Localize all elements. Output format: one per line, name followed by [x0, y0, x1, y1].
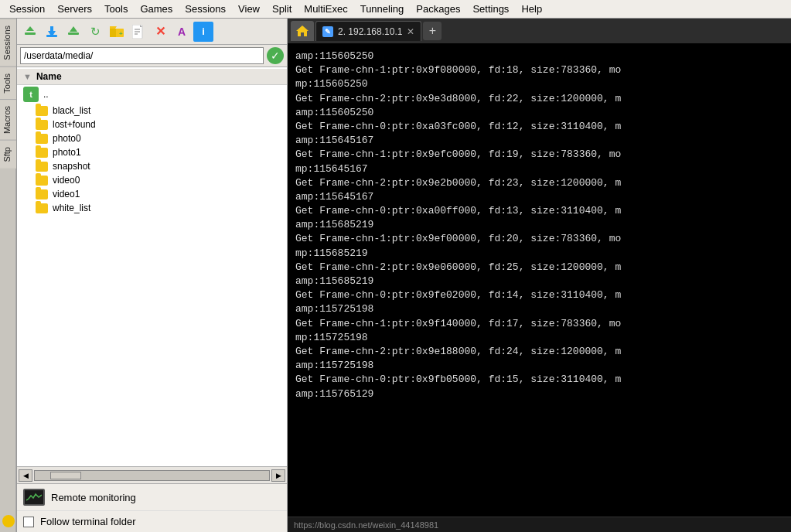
address-bar: ✓ [17, 45, 287, 67]
terminal-panel: ✎ 2. 192.168.10.1 ✕ + amp:115605250 Get … [288, 19, 791, 532]
tree-item-video0[interactable]: video0 [17, 173, 287, 187]
menu-multiexec[interactable]: MultiExec [298, 2, 353, 16]
folder-icon [36, 106, 48, 116]
menu-packages[interactable]: Packages [410, 2, 466, 16]
svg-rect-5 [68, 32, 79, 35]
monitor-graph [26, 493, 42, 502]
status-bar: https://blog.csdn.net/weixin_44148981 [288, 517, 791, 532]
follow-folder-section: Follow terminal folder [17, 511, 287, 532]
upload-alt-button[interactable] [63, 22, 84, 42]
name-column-header: Name [36, 71, 62, 82]
menu-session[interactable]: Session [3, 2, 51, 16]
tree-item-black-list[interactable]: black_list [17, 104, 287, 118]
address-ok-button[interactable]: ✓ [267, 47, 284, 64]
terminal-tab[interactable]: ✎ 2. 192.168.10.1 ✕ [315, 21, 421, 41]
item-name: black_list [53, 105, 90, 116]
menu-tools[interactable]: Tools [98, 2, 134, 16]
sidebar-item-sessions[interactable]: Sessions [0, 19, 16, 66]
info-button[interactable]: i [193, 22, 213, 42]
folder-icon [36, 120, 48, 130]
menu-sessions[interactable]: Sessions [179, 2, 232, 16]
file-tree: ▼ Name t .. black_list lost+found photo0 [17, 67, 287, 466]
remote-monitor-label: Remote monitoring [51, 492, 136, 503]
tree-item-lost-found[interactable]: lost+found [17, 118, 287, 131]
tree-parent-item[interactable]: t .. [17, 85, 287, 104]
tab-close-button[interactable]: ✕ [407, 26, 414, 37]
file-panel: ↻ + ✕ A i ✓ ▼ Name [17, 19, 288, 532]
bottom-panel: Remote monitoring Follow terminal folder [17, 483, 287, 532]
folder-icon [36, 134, 48, 144]
parent-name: .. [43, 89, 49, 100]
remote-monitor-section: Remote monitoring [17, 484, 287, 511]
delete-button[interactable]: ✕ [150, 22, 170, 42]
svg-marker-16 [296, 26, 309, 36]
scroll-right-button[interactable]: ▶ [271, 469, 285, 482]
svg-marker-9 [110, 26, 117, 29]
item-name: video0 [53, 175, 80, 186]
refresh-button[interactable]: ↻ [85, 22, 105, 42]
item-name: lost+found [53, 119, 96, 130]
svg-text:+: + [119, 30, 123, 37]
add-tab-button[interactable]: + [423, 22, 442, 40]
item-name: photo0 [53, 133, 81, 144]
status-url: https://blog.csdn.net/weixin_44148981 [294, 520, 438, 530]
svg-marker-6 [70, 26, 77, 32]
parent-folder-icon: t [23, 87, 39, 102]
sidebar-item-tools[interactable]: Tools [0, 66, 16, 100]
tree-item-photo1[interactable]: photo1 [17, 145, 287, 159]
folder-icon [36, 162, 48, 172]
monitor-icon [23, 489, 45, 506]
new-folder-button[interactable]: + [107, 22, 127, 42]
menubar: Session Servers Tools Games Sessions Vie… [0, 0, 791, 19]
folder-icon [36, 189, 48, 200]
menu-servers[interactable]: Servers [51, 2, 98, 16]
rename-button[interactable]: A [172, 22, 192, 42]
folder-icon [36, 148, 48, 158]
tree-item-video1[interactable]: video1 [17, 187, 287, 201]
new-file-button[interactable] [128, 22, 148, 42]
item-name: photo1 [53, 147, 81, 158]
item-name: white_list [53, 203, 90, 213]
scroll-thumb[interactable] [50, 472, 81, 479]
menu-help[interactable]: Help [515, 2, 548, 16]
svg-rect-4 [50, 26, 53, 32]
svg-rect-8 [110, 29, 116, 37]
tree-item-white-list[interactable]: white_list [17, 201, 287, 215]
home-tab-button[interactable] [291, 21, 314, 41]
sidebar-item-macros[interactable]: Macros [0, 99, 16, 140]
sftp-toolbar: ↻ + ✕ A i [17, 19, 287, 45]
sidebar-item-sftp[interactable]: Sftp [0, 140, 16, 169]
scroll-track[interactable] [34, 470, 270, 481]
folder-icon [36, 176, 48, 186]
upload-button[interactable] [20, 22, 40, 42]
svg-rect-0 [25, 32, 36, 35]
terminal-tab-icon: ✎ [322, 26, 333, 37]
terminal-output: amp:115605250 Get Frame-chn-1:ptr:0x9f08… [288, 43, 791, 517]
follow-folder-label: Follow terminal folder [40, 516, 136, 527]
side-tabs: Sessions Tools Macros Sftp [0, 19, 17, 532]
item-name: video1 [53, 189, 80, 200]
follow-folder-checkbox[interactable] [23, 517, 34, 527]
menu-split[interactable]: Split [266, 2, 298, 16]
horizontal-scrollbar[interactable]: ◀ ▶ [17, 466, 287, 483]
folder-icon [36, 203, 48, 213]
main-layout: Sessions Tools Macros Sftp ↻ [0, 19, 791, 532]
scroll-left-button[interactable]: ◀ [19, 469, 32, 482]
menu-games[interactable]: Games [134, 2, 179, 16]
tree-header: ▼ Name [17, 69, 287, 85]
menu-view[interactable]: View [232, 2, 266, 16]
download-button[interactable] [42, 22, 62, 42]
terminal-tab-label: 2. 192.168.10.1 [338, 26, 402, 37]
item-name: snapshot [53, 161, 90, 172]
tree-item-photo0[interactable]: photo0 [17, 131, 287, 145]
menu-settings[interactable]: Settings [466, 2, 515, 16]
tab-bar: ✎ 2. 192.168.10.1 ✕ + [288, 19, 791, 43]
menu-tunneling[interactable]: Tunneling [354, 2, 411, 16]
address-input[interactable] [20, 47, 264, 64]
svg-marker-1 [26, 26, 34, 31]
tree-item-snapshot[interactable]: snapshot [17, 159, 287, 173]
